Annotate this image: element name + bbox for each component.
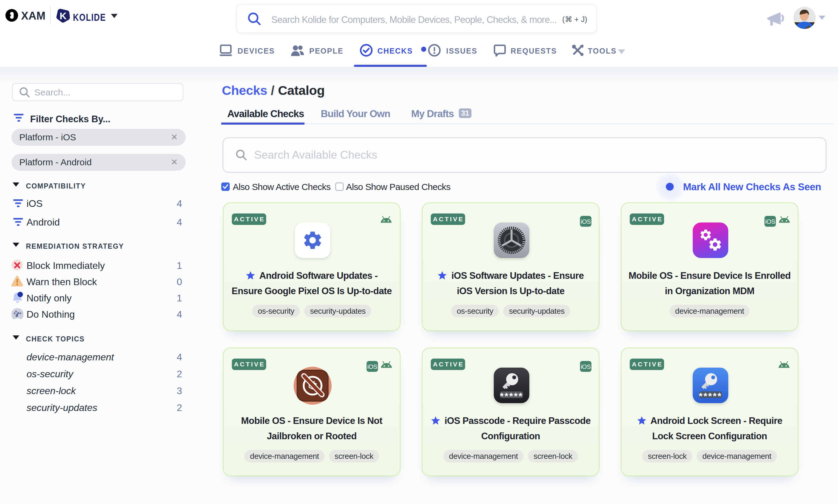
svg-text:K: K (60, 11, 67, 21)
svg-text:*****: ***** (500, 391, 523, 402)
svg-text:*****: ***** (699, 391, 722, 402)
